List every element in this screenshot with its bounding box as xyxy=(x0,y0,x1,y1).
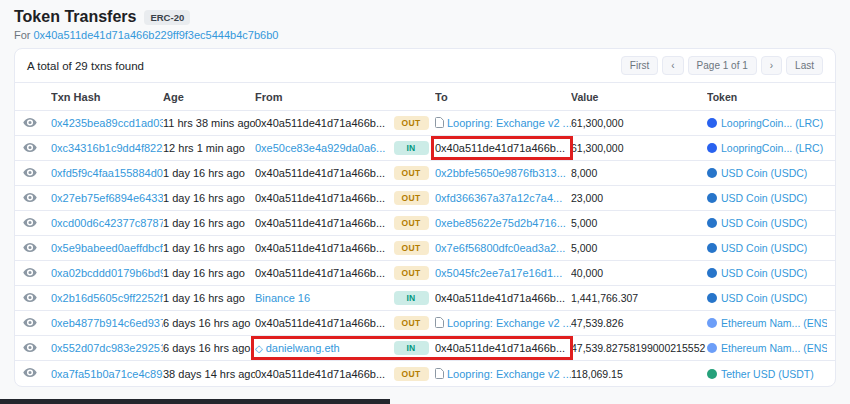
value-text: 61,300,000 xyxy=(571,117,624,129)
age-text: 1 day 16 hrs ago xyxy=(163,242,245,254)
eye-button[interactable] xyxy=(23,142,37,153)
txn-hash-link[interactable]: 0x552d07dc983e292518... xyxy=(51,342,163,354)
age-text: 1 day 16 hrs ago xyxy=(163,217,245,229)
table-row: 0xc34316b1c9dd4f8226...12 hrs 1 min ago0… xyxy=(15,136,835,161)
from-address[interactable]: Binance 16 xyxy=(255,292,310,304)
txn-hash-link[interactable]: 0xa02bcddd0179b6bd93... xyxy=(51,267,163,279)
token-icon xyxy=(707,143,717,153)
direction-badge: OUT xyxy=(394,367,429,381)
eye-button[interactable] xyxy=(23,167,37,178)
table-row: 0x27eb75ef6894e6433bf...1 day 16 hrs ago… xyxy=(15,186,835,211)
eye-icon xyxy=(23,317,37,328)
table-row: 0xfd5f9c4faa155884d0d...1 day 16 hrs ago… xyxy=(15,161,835,186)
table-row: 0xa02bcddd0179b6bd93...1 day 16 hrs ago0… xyxy=(15,261,835,286)
pagination: First ‹ Page 1 of 1 › Last xyxy=(621,56,823,75)
token-link[interactable]: USD Coin (USDC) xyxy=(721,192,807,204)
txn-hash-link[interactable]: 0xa7fa51b0a71ce4c8950... xyxy=(51,368,163,380)
eye-icon xyxy=(23,292,37,303)
token-link[interactable]: Ethereum Nam... (ENS) xyxy=(721,342,827,354)
pager-prev-button[interactable]: ‹ xyxy=(662,56,683,75)
token-link[interactable]: LoopringCoin... (LRC) xyxy=(721,142,823,154)
direction-badge: IN xyxy=(394,291,429,305)
to-address[interactable]: 0x2bbfe5650e9876fb313... xyxy=(435,167,566,179)
txn-hash-link[interactable]: 0x5e9babeed0aeffdbcffc... xyxy=(51,242,163,254)
eye-button[interactable] xyxy=(23,342,37,353)
to-address[interactable]: Loopring: Exchange v2 ... xyxy=(447,368,571,380)
eye-icon xyxy=(23,217,37,228)
age-text: 1 day 16 hrs ago xyxy=(163,167,245,179)
header-value: Value xyxy=(571,91,707,103)
txn-hash-link[interactable]: 0xc34316b1c9dd4f8226... xyxy=(51,142,163,154)
eye-icon xyxy=(23,142,37,153)
age-text: 1 day 16 hrs ago xyxy=(163,267,245,279)
direction-badge: OUT xyxy=(394,241,429,255)
value-text: 8,000 xyxy=(571,167,597,179)
token-icon xyxy=(707,193,717,203)
token-link[interactable]: Tether USD (USDT) xyxy=(721,368,814,380)
token-icon xyxy=(707,318,717,328)
eye-button[interactable] xyxy=(23,117,37,128)
token-link[interactable]: USD Coin (USDC) xyxy=(721,217,807,229)
value-text: 40,000 xyxy=(571,267,603,279)
eye-icon xyxy=(23,167,37,178)
pager-first-button[interactable]: First xyxy=(621,56,658,75)
eye-button[interactable] xyxy=(23,292,37,303)
to-address[interactable]: 0x7e6f56800dfc0ead3a2... xyxy=(435,242,565,254)
eye-icon xyxy=(23,117,37,128)
value-text: 47,539.826 xyxy=(571,317,624,329)
eye-button[interactable] xyxy=(23,192,37,203)
from-address: 0x40a511de41d71a466b... xyxy=(255,267,385,279)
address-link[interactable]: 0x40a511de41d71a466b229ff9f3ec5444b4c7b6… xyxy=(34,29,279,41)
table-header-row: Txn Hash Age From To Value Token xyxy=(15,83,835,111)
direction-badge: OUT xyxy=(394,266,429,280)
pager-last-button[interactable]: Last xyxy=(786,56,823,75)
token-link[interactable]: Ethereum Nam... (ENS) xyxy=(721,317,827,329)
value-text: 23,000 xyxy=(571,192,603,204)
table-row: 0xa7fa51b0a71ce4c8950...38 days 14 hrs a… xyxy=(15,361,835,386)
token-link[interactable]: USD Coin (USDC) xyxy=(721,292,807,304)
to-address[interactable]: Loopring: Exchange v2 ... xyxy=(447,317,571,329)
value-text: 5,000 xyxy=(571,217,597,229)
eye-button[interactable] xyxy=(23,242,37,253)
txn-hash-link[interactable]: 0xeb4877b914c6ed9379... xyxy=(51,317,163,329)
to-address[interactable]: Loopring: Exchange v2 ... xyxy=(447,117,571,129)
document-icon xyxy=(435,317,444,328)
age-text: 1 day 16 hrs ago xyxy=(163,292,245,304)
from-address[interactable]: 0xe50ce83e4a929da0a6... xyxy=(255,142,385,154)
from-address: 0x40a511de41d71a466b... xyxy=(255,167,385,179)
from-address: 0x40a511de41d71a466b... xyxy=(255,317,385,329)
token-link[interactable]: LoopringCoin... (LRC) xyxy=(721,117,823,129)
txn-count-text: A total of 29 txns found xyxy=(27,60,144,72)
token-link[interactable]: USD Coin (USDC) xyxy=(721,167,807,179)
to-address[interactable]: 0x5045fc2ee7a17e16d1... xyxy=(435,267,562,279)
from-address[interactable]: danielwang.eth xyxy=(266,342,340,354)
txn-hash-link[interactable]: 0xcd00d6c42377c87871... xyxy=(51,217,163,229)
eye-button[interactable] xyxy=(23,317,37,328)
token-icon xyxy=(707,168,717,178)
eye-button[interactable] xyxy=(23,267,37,278)
txn-hash-link[interactable]: 0xfd5f9c4faa155884d0d... xyxy=(51,167,163,179)
direction-badge: OUT xyxy=(394,191,429,205)
header-age-toggle[interactable]: Age xyxy=(163,91,255,103)
eye-button[interactable] xyxy=(23,217,37,228)
pager-next-button[interactable]: › xyxy=(761,56,782,75)
to-address[interactable]: 0xebe85622e75d2b4716... xyxy=(435,217,566,229)
txn-hash-link[interactable]: 0x4235bea89ccd1ad03c... xyxy=(51,117,163,129)
token-link[interactable]: USD Coin (USDC) xyxy=(721,267,807,279)
token-link[interactable]: USD Coin (USDC) xyxy=(721,242,807,254)
token-icon xyxy=(707,343,717,353)
eye-button[interactable] xyxy=(23,367,37,378)
from-address: 0x40a511de41d71a466b... xyxy=(255,117,385,129)
token-icon xyxy=(707,293,717,303)
table-row: 0x5e9babeed0aeffdbcffc...1 day 16 hrs ag… xyxy=(15,236,835,261)
txn-hash-link[interactable]: 0x27eb75ef6894e6433bf... xyxy=(51,192,163,204)
header-token: Token xyxy=(707,91,827,103)
from-address: 0x40a511de41d71a466b... xyxy=(255,368,385,380)
document-icon xyxy=(435,368,444,379)
txn-hash-link[interactable]: 0x2b16d5605c9ff2252f9... xyxy=(51,292,163,304)
to-address[interactable]: 0xfd366367a37a12c7a4... xyxy=(435,192,562,204)
page: Token Transfers ERC-20 For0x40a511de41d7… xyxy=(0,0,850,404)
value-text: 47,539.82758199000215552 xyxy=(571,342,705,354)
header-from: From xyxy=(255,91,387,103)
token-icon xyxy=(707,369,717,379)
